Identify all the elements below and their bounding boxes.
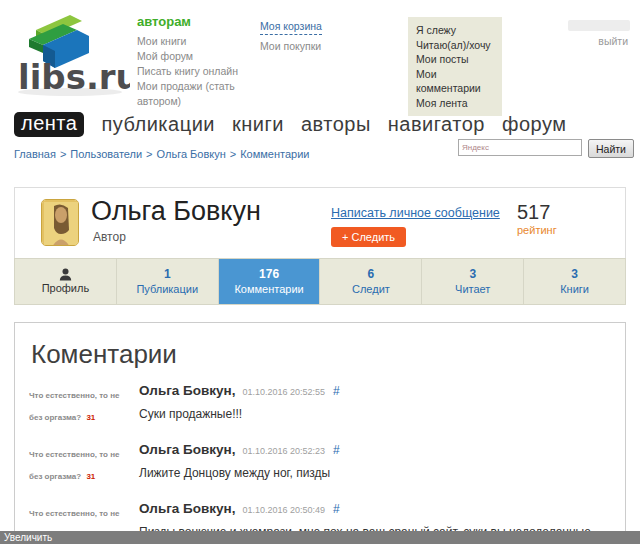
tab-publications[interactable]: 1 Публикации xyxy=(117,259,219,304)
comment-source-title[interactable]: Что естественно, то не без оргазма? xyxy=(29,450,119,481)
menu-item-my-forum[interactable]: Мой форум xyxy=(137,49,252,64)
menu-item-my-posts[interactable]: Мои посты xyxy=(416,52,494,67)
profile-tabs: Профиль 1 Публикации 176 Комментарии 6 С… xyxy=(14,258,626,305)
tab-count: 3 xyxy=(469,267,476,282)
user-menu-box: Я слежу Читаю(ал)/хочу Мои посты Мои ком… xyxy=(408,17,502,116)
username-blurred xyxy=(568,20,630,31)
menu-item-my-sales[interactable]: Мои продажи (стать автором) xyxy=(137,79,252,109)
nav-item-navigator[interactable]: навигатор xyxy=(388,113,485,136)
menu-item-my-books[interactable]: Мои книги xyxy=(137,34,252,49)
tab-label: Книги xyxy=(560,282,589,296)
site-logo[interactable]: libs.ru xyxy=(12,6,130,98)
tab-label: Публикации xyxy=(136,282,198,296)
person-icon xyxy=(59,268,72,281)
tab-count: 176 xyxy=(259,267,279,282)
profile-name: Ольга Бовкун xyxy=(91,196,261,227)
rating-label: рейтинг xyxy=(517,224,557,236)
comments-heading: Коментарии xyxy=(31,339,625,370)
search-button[interactable]: Найти xyxy=(588,139,634,158)
tab-count: 1 xyxy=(164,267,171,282)
comment-date: 01.10.2016 20:52:23 xyxy=(243,446,326,456)
tab-reads[interactable]: 3 Читает xyxy=(422,259,524,304)
nav-item-lenta[interactable]: лента xyxy=(14,112,84,137)
comment-anchor-link[interactable]: # xyxy=(333,443,340,457)
menu-item-my-cart[interactable]: Моя корзина xyxy=(260,19,322,35)
comment-author-link[interactable]: Ольга Бовкун, xyxy=(139,442,236,457)
comment-source-count[interactable]: 31 xyxy=(86,472,95,481)
breadcrumb-comments[interactable]: Комментарии xyxy=(240,148,309,160)
tab-count: 3 xyxy=(571,267,578,282)
breadcrumb-separator: > xyxy=(60,148,66,160)
comment-date: 01.10.2016 20:52:55 xyxy=(243,387,326,397)
menu-item-i-follow[interactable]: Я слежу xyxy=(416,23,494,38)
search-bar: Найти xyxy=(458,139,634,158)
tab-label: Следит xyxy=(352,282,390,296)
breadcrumb-separator: > xyxy=(230,148,236,160)
search-input[interactable] xyxy=(458,139,582,156)
tab-follows[interactable]: 6 Следит xyxy=(320,259,422,304)
nav-item-books[interactable]: книги xyxy=(232,113,284,136)
follow-button[interactable]: + Следить xyxy=(331,227,406,247)
tab-label: Комментарии xyxy=(234,282,303,296)
tab-comments[interactable]: 176 Комментарии xyxy=(219,259,321,304)
menu-item-my-purchases[interactable]: Мои покупки xyxy=(260,39,360,54)
breadcrumb: Главная>Пользователи>Ольга Бовкун>Коммен… xyxy=(14,148,310,160)
main-nav: лента публикации книги авторы навигатор … xyxy=(14,112,567,137)
comment-text: Суки продажные!!! xyxy=(139,407,611,421)
tab-books[interactable]: 3 Книги xyxy=(524,259,625,304)
comment-main: Ольга Бовкун, 01.10.2016 20:52:23 # Лижи… xyxy=(131,442,611,488)
breadcrumb-user-name[interactable]: Ольга Бовкун xyxy=(157,148,226,160)
menu-item-my-comments[interactable]: Мои комментарии xyxy=(416,67,494,96)
comment-author-link[interactable]: Ольга Бовкун, xyxy=(139,383,236,398)
tab-profile[interactable]: Профиль xyxy=(15,259,117,304)
cart-menu: Моя корзина Мои покупки xyxy=(260,16,360,54)
page: libs.ru авторам Мои книги Мой форум Писа… xyxy=(0,0,640,544)
nav-item-forum[interactable]: форум xyxy=(502,113,567,136)
nav-item-authors[interactable]: авторы xyxy=(301,113,371,136)
comment-source-count[interactable]: 31 xyxy=(86,413,95,422)
comment-date: 01.10.2016 20:50:49 xyxy=(243,505,326,515)
comment-source: Что естественно, то не без оргазма? 31 xyxy=(29,383,131,429)
comment-row: Что естественно, то не без оргазма? 31 О… xyxy=(15,383,625,429)
comment-source: Что естественно, то не без оргазма? 31 xyxy=(29,442,131,488)
comment-anchor-link[interactable]: # xyxy=(333,502,340,516)
menu-item-my-feed[interactable]: Моя лента xyxy=(416,96,494,111)
comment-source-title[interactable]: Что естественно, то не без оргазма? xyxy=(29,391,119,422)
profile-role: Автор xyxy=(93,230,126,244)
breadcrumb-users[interactable]: Пользователи xyxy=(70,148,142,160)
comment-main: Ольга Бовкун, 01.10.2016 20:52:55 # Суки… xyxy=(131,383,611,429)
breadcrumb-separator: > xyxy=(146,148,152,160)
breadcrumb-home[interactable]: Главная xyxy=(14,148,56,160)
books-logo-icon: libs.ru xyxy=(12,6,130,98)
comment-author-link[interactable]: Ольга Бовкун, xyxy=(139,501,236,516)
menu-item-write-book[interactable]: Писать книгу онлайн xyxy=(137,64,252,79)
comment-anchor-link[interactable]: # xyxy=(333,384,340,398)
tab-label: Читает xyxy=(455,282,490,296)
profile-card: Ольга Бовкун Автор Написать личное сообщ… xyxy=(14,187,626,258)
tab-count: 6 xyxy=(368,267,375,282)
send-message-link[interactable]: Написать личное сообщение xyxy=(331,206,500,220)
comment-row: Что естественно, то не без оргазма? 31 О… xyxy=(15,442,625,488)
svg-text:libs.ru: libs.ru xyxy=(18,57,130,97)
tab-label: Профиль xyxy=(42,281,90,295)
comment-text: Лижите Донцову между ног, пизды xyxy=(139,466,611,480)
logout-link[interactable]: выйти xyxy=(598,35,628,47)
comments-panel: Коментарии Что естественно, то не без ор… xyxy=(14,322,626,544)
menu-item-reading-want[interactable]: Читаю(ал)/хочу xyxy=(416,38,494,53)
avatar[interactable] xyxy=(41,199,79,246)
rating-value: 517 xyxy=(517,201,550,224)
status-bar: Увеличить xyxy=(0,531,640,544)
nav-item-publications[interactable]: публикации xyxy=(101,113,215,136)
avatar-image xyxy=(42,200,79,246)
authors-menu-title[interactable]: авторам xyxy=(137,14,252,29)
authors-menu: авторам Мои книги Мой форум Писать книгу… xyxy=(137,14,252,109)
